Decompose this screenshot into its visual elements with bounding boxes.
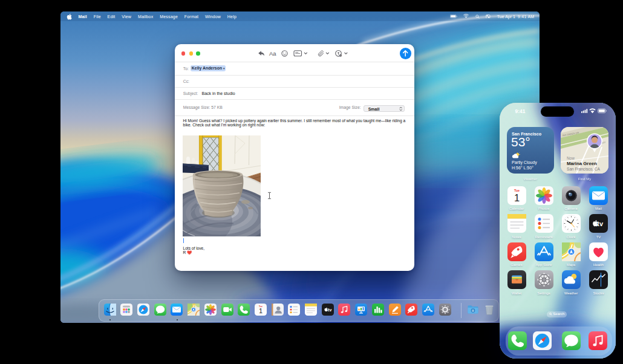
svg-text:tv: tv [597, 220, 604, 227]
svg-text:1: 1 [514, 192, 519, 203]
svg-text:tv: tv [328, 308, 331, 312]
svg-text:1: 1 [259, 307, 263, 314]
svg-text:Aa: Aa [269, 50, 276, 57]
